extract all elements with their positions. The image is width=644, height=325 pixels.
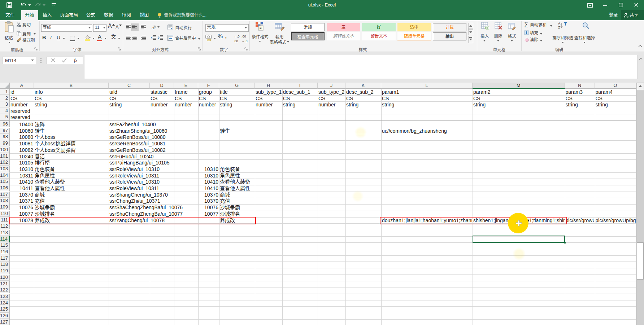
svg-text:A: A [558, 21, 561, 25]
svg-text:≠: ≠ [260, 26, 262, 30]
svg-text:Z: Z [558, 25, 560, 29]
svg-text:ab: ab [151, 24, 157, 30]
